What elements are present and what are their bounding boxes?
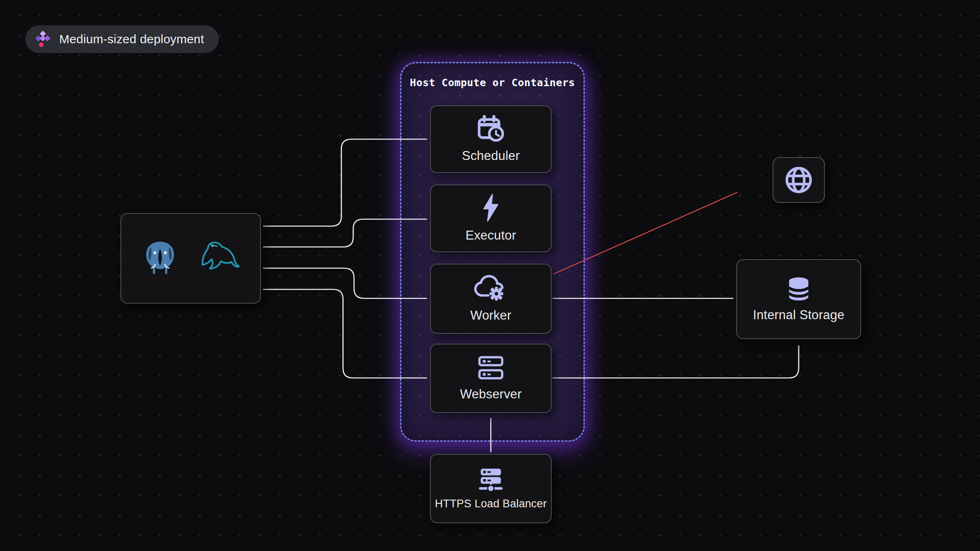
cloud-gear-icon xyxy=(474,275,508,302)
node-label: Internal Storage xyxy=(753,308,844,322)
node-metadata-database xyxy=(120,213,261,304)
edge-webserver-storage xyxy=(552,345,799,378)
node-load-balancer: HTTPS Load Balancer xyxy=(430,454,552,523)
node-label: HTTPS Load Balancer xyxy=(435,498,547,510)
globe-icon xyxy=(784,165,813,195)
mysql-logo xyxy=(198,240,241,277)
node-external-web xyxy=(773,157,825,203)
lightning-bolt-icon xyxy=(481,194,500,222)
node-scheduler: Scheduler xyxy=(430,105,552,173)
node-label: Worker xyxy=(470,308,512,323)
database-cylinder-icon xyxy=(786,276,812,302)
postgresql-logo xyxy=(140,238,180,279)
calendar-clock-icon xyxy=(477,115,505,142)
node-label: Webserver xyxy=(460,387,521,402)
node-worker: Worker xyxy=(430,264,552,334)
node-webserver: Webserver xyxy=(430,344,552,413)
deployment-badge: Medium-sized deployment xyxy=(25,25,219,53)
node-label: Scheduler xyxy=(462,149,519,163)
diamond-cluster-icon xyxy=(33,30,52,49)
node-executor: Executor xyxy=(430,184,552,252)
node-internal-storage: Internal Storage xyxy=(736,259,861,339)
server-stack-icon xyxy=(477,355,504,380)
load-balancer-icon xyxy=(477,467,504,493)
host-container-title: Host Compute or Containers xyxy=(400,77,585,89)
badge-label: Medium-sized deployment xyxy=(59,32,204,46)
node-label: Executor xyxy=(466,228,516,243)
deployment-diagram: Medium-sized deployment Host Compute or … xyxy=(0,0,980,551)
